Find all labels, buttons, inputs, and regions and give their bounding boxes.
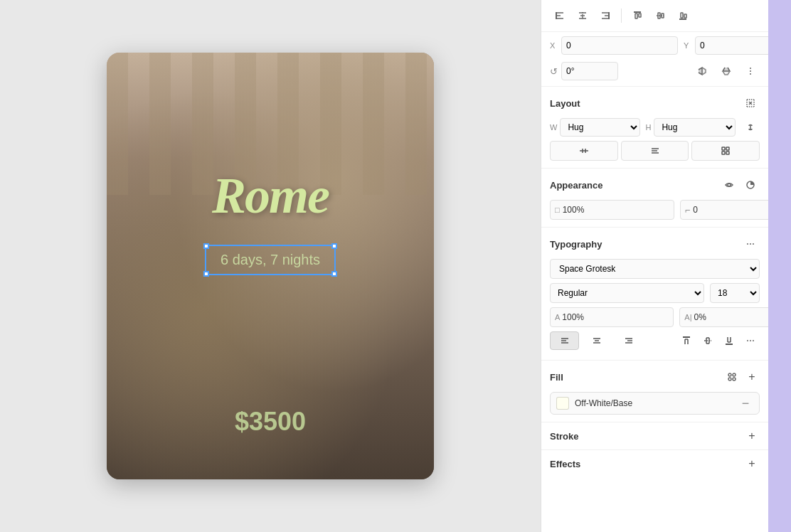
x-input[interactable] bbox=[561, 36, 678, 55]
effects-title: Effects bbox=[550, 459, 580, 469]
fill-add-button[interactable]: + bbox=[744, 369, 760, 385]
fill-item[interactable]: Off-White/Base − bbox=[550, 392, 760, 415]
position-row: X Y bbox=[541, 32, 768, 59]
svg-point-23 bbox=[750, 73, 751, 75]
fill-color-swatch[interactable] bbox=[556, 397, 569, 410]
text-spacing-field: A| bbox=[679, 307, 768, 327]
svg-rect-19 bbox=[681, 13, 683, 18]
rotation-icon: ↺ bbox=[550, 66, 558, 77]
width-select[interactable]: Hug Fill Fixed bbox=[560, 118, 639, 137]
svg-point-67 bbox=[728, 373, 731, 376]
corner-radius-field: ⌐ bbox=[680, 200, 768, 220]
handle-top-left[interactable] bbox=[203, 243, 209, 249]
text-scale-input[interactable] bbox=[562, 312, 669, 322]
opacity-field: □ bbox=[550, 200, 674, 220]
appearance-actions bbox=[720, 176, 760, 194]
text-align-center-button[interactable] bbox=[582, 331, 611, 350]
height-field: H Hug Fill Fixed bbox=[646, 118, 736, 137]
font-size-select[interactable]: 18 14 16 20 24 bbox=[710, 283, 760, 303]
typography-more-button[interactable] bbox=[741, 235, 760, 253]
layout-space-between-button[interactable] bbox=[550, 141, 618, 161]
svg-rect-17 bbox=[662, 14, 664, 18]
visibility-toggle-button[interactable] bbox=[720, 176, 738, 194]
handle-top-right[interactable] bbox=[331, 243, 337, 249]
svg-point-68 bbox=[733, 373, 736, 376]
fill-styles-button[interactable] bbox=[723, 368, 741, 386]
layout-text-align-button[interactable] bbox=[621, 141, 689, 161]
fill-remove-button[interactable]: − bbox=[738, 395, 753, 411]
appearance-title: Appearance bbox=[550, 180, 602, 191]
text-valign-top-button[interactable] bbox=[677, 331, 696, 350]
x-label: X bbox=[550, 41, 558, 50]
height-select[interactable]: Hug Fill Fixed bbox=[654, 118, 736, 137]
rotation-row: ↺ bbox=[541, 59, 768, 86]
svg-rect-31 bbox=[726, 147, 729, 150]
appearance-fields-row: □ ⌐ bbox=[550, 200, 760, 220]
width-label: W bbox=[550, 123, 557, 132]
svg-rect-32 bbox=[722, 151, 725, 154]
text-valign-bottom-button[interactable] bbox=[720, 331, 738, 350]
font-family-select[interactable]: Space Grotesk bbox=[550, 259, 760, 279]
layout-grid-button[interactable] bbox=[691, 141, 760, 161]
layout-expand-button[interactable] bbox=[741, 94, 760, 112]
rotation-field: ↺ bbox=[550, 62, 687, 80]
effects-section: Effects + bbox=[541, 449, 768, 477]
align-left-button[interactable] bbox=[550, 6, 570, 26]
svg-point-64 bbox=[747, 340, 748, 341]
opacity-input[interactable] bbox=[563, 205, 669, 215]
effects-add-button[interactable]: + bbox=[744, 456, 760, 472]
text-spacing-input[interactable] bbox=[694, 312, 768, 322]
rome-title: Rome bbox=[212, 166, 329, 225]
svg-rect-14 bbox=[639, 14, 641, 17]
width-field: W Hug Fill Fixed bbox=[550, 118, 640, 137]
selection-outline: 6 days, 7 nights bbox=[205, 245, 336, 275]
svg-point-38 bbox=[753, 243, 754, 245]
opacity-icon: □ bbox=[555, 206, 560, 214]
card-background: Rome 6 days, 7 nights $3500 bbox=[107, 53, 434, 479]
svg-point-69 bbox=[728, 378, 731, 381]
price-text: $3500 bbox=[235, 407, 306, 437]
days-text: 6 days, 7 nights bbox=[221, 252, 320, 267]
text-more-button[interactable] bbox=[741, 331, 760, 350]
text-scale-field: A bbox=[550, 307, 674, 327]
font-style-select[interactable]: Regular Bold Italic bbox=[550, 283, 704, 303]
fill-actions: + bbox=[723, 368, 760, 386]
svg-rect-33 bbox=[726, 151, 729, 154]
flip-horizontal-button[interactable] bbox=[693, 62, 711, 80]
align-toolbar bbox=[541, 0, 768, 32]
text-align-left-button[interactable] bbox=[550, 331, 579, 350]
link-dimensions-button[interactable] bbox=[741, 118, 760, 137]
more-options-button[interactable] bbox=[741, 62, 760, 80]
layout-icons-row bbox=[550, 141, 760, 161]
svg-point-65 bbox=[750, 340, 751, 341]
selected-text-box[interactable]: 6 days, 7 nights bbox=[205, 245, 336, 275]
layout-section: Layout W Hug Fill Fixed H Hug Fill Fixed bbox=[541, 86, 768, 168]
handle-bottom-right[interactable] bbox=[331, 271, 337, 277]
opacity-button[interactable] bbox=[741, 176, 760, 194]
rotation-input[interactable] bbox=[561, 62, 618, 80]
y-input[interactable] bbox=[695, 36, 768, 55]
text-spacing-icon: A| bbox=[684, 313, 691, 321]
align-bottom-button[interactable] bbox=[673, 6, 693, 26]
corner-icon: ⌐ bbox=[685, 205, 691, 216]
corner-radius-input[interactable] bbox=[693, 205, 768, 215]
fill-color-name: Off-White/Base bbox=[575, 398, 732, 408]
flip-vertical-button[interactable] bbox=[717, 62, 736, 80]
typography-section: Typography Space Grotesk Regular Bold It… bbox=[541, 227, 768, 360]
text-props-row: A A| bbox=[550, 307, 760, 327]
fill-title: Fill bbox=[550, 372, 563, 383]
svg-point-22 bbox=[750, 70, 751, 72]
align-top-button[interactable] bbox=[627, 6, 647, 26]
svg-point-34 bbox=[728, 183, 731, 186]
align-right-button[interactable] bbox=[595, 6, 615, 26]
text-valign-middle-button[interactable] bbox=[699, 331, 717, 350]
layout-header: Layout bbox=[550, 94, 760, 112]
text-align-row bbox=[550, 331, 760, 350]
align-middle-button[interactable] bbox=[650, 6, 670, 26]
font-family-row: Space Grotesk bbox=[550, 259, 760, 279]
layout-dimensions-row: W Hug Fill Fixed H Hug Fill Fixed bbox=[550, 118, 760, 137]
stroke-add-button[interactable]: + bbox=[744, 428, 760, 444]
align-center-h-button[interactable] bbox=[573, 6, 593, 26]
text-align-right-button[interactable] bbox=[615, 331, 644, 350]
handle-bottom-left[interactable] bbox=[203, 271, 209, 277]
